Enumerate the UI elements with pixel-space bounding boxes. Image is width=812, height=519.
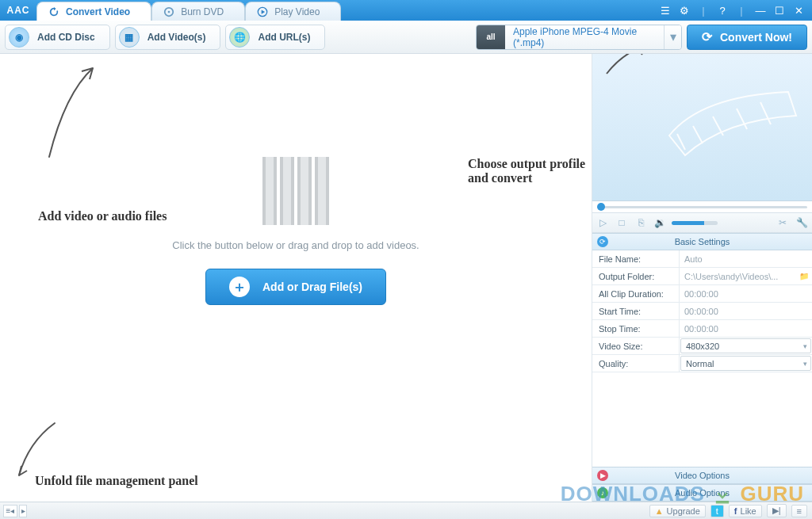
menu-icon[interactable]: ☰ xyxy=(658,3,672,17)
button-label: Add CD Disc xyxy=(37,32,95,43)
video-section-icon: ▶ xyxy=(597,470,608,481)
output-profile-selector[interactable]: all Apple iPhone MPEG-4 Movie (*.mp4) ▾ xyxy=(476,25,682,50)
gear-icon[interactable]: ⚙ xyxy=(677,3,691,17)
twitter-button[interactable]: t xyxy=(710,505,724,517)
button-label: Add or Drag File(s) xyxy=(262,280,362,293)
setting-file-name: File Name: Auto xyxy=(592,250,812,268)
main-area: Add video or audio files Unfold file man… xyxy=(0,54,812,502)
drop-hint-text: Click the button below or drag and drop … xyxy=(172,239,419,251)
setting-start-time: Start Time: 00:00:00 xyxy=(592,303,812,320)
play-icon xyxy=(257,6,268,17)
button-label: Add Video(s) xyxy=(147,32,206,43)
chevron-down-icon: ▾ xyxy=(803,342,807,350)
profile-category-icon: all xyxy=(477,25,505,49)
plus-icon: ＋ xyxy=(229,277,250,297)
disc-icon xyxy=(163,6,174,17)
globe-plus-icon: 🌐 xyxy=(229,27,250,48)
toolbar: ◉ Add CD Disc ▦ Add Video(s) 🌐 Add URL(s… xyxy=(0,21,812,54)
maximize-icon[interactable]: ☐ xyxy=(772,3,787,17)
help-icon[interactable]: ? xyxy=(715,3,730,17)
chevron-down-icon: ▾ xyxy=(803,360,807,368)
preview-controls: ▷ □ ⎘ 🔉 ✂ 🔧 xyxy=(592,212,812,233)
setting-output-folder: Output Folder: C:\Users\andy\Videos\...📁 xyxy=(592,268,812,285)
tab-label: Burn DVD xyxy=(181,6,224,17)
add-videos-button[interactable]: ▦ Add Video(s) xyxy=(115,25,221,50)
svg-point-1 xyxy=(168,10,170,13)
facebook-like-button[interactable]: fLike xyxy=(729,505,762,517)
stop-time-value[interactable]: 00:00:00 xyxy=(680,320,812,337)
chevron-down-icon[interactable]: ▾ xyxy=(664,25,681,49)
upgrade-button[interactable]: ▲Upgrade xyxy=(649,505,706,517)
tab-burn-dvd[interactable]: Burn DVD xyxy=(151,2,245,21)
prev-track-button[interactable]: ▶| xyxy=(767,504,787,517)
play-icon[interactable]: ▷ xyxy=(596,217,610,228)
tab-play-video[interactable]: Play Video xyxy=(245,2,341,21)
duration-value: 00:00:00 xyxy=(680,285,812,302)
file-drop-pane[interactable]: Add video or audio files Unfold file man… xyxy=(0,54,592,502)
panel-toggle-button[interactable]: ≡◂ xyxy=(3,505,17,517)
film-placeholder-icon xyxy=(262,157,329,225)
audio-section-icon: ♪ xyxy=(597,487,608,498)
status-bar: ≡◂ ▸ ▲Upgrade t fLike ▶| ≡ xyxy=(0,502,812,519)
section-title: Video Options xyxy=(675,471,730,480)
close-icon[interactable]: ✕ xyxy=(791,3,806,17)
button-label: Convert Now! xyxy=(720,31,792,44)
setting-video-size: Video Size: 480x320▾ xyxy=(592,338,812,355)
panel-expand-button[interactable]: ▸ xyxy=(19,505,27,517)
list-button[interactable]: ≡ xyxy=(791,505,807,517)
title-bar: AAC Convert Video Burn DVD Play Video ☰ … xyxy=(0,0,812,21)
arrow-annotation-icon xyxy=(33,62,105,165)
quality-select[interactable]: Normal▾ xyxy=(680,356,811,371)
tool-icon[interactable]: 🔧 xyxy=(795,217,809,228)
annotation-choose-profile: Choose output profile and convert xyxy=(468,157,592,185)
right-panel: ▷ □ ⎘ 🔉 ✂ 🔧 ⟳ Basic Settings File Name: … xyxy=(592,54,812,502)
tab-convert-video[interactable]: Convert Video xyxy=(36,2,151,21)
setting-quality: Quality: Normal▾ xyxy=(592,355,812,372)
cut-icon[interactable]: ✂ xyxy=(776,217,790,228)
button-label: Add URL(s) xyxy=(258,32,310,43)
annotation-unfold: Unfold file management panel xyxy=(35,474,198,488)
section-title: Audio Options xyxy=(675,488,730,498)
refresh-icon xyxy=(48,6,59,17)
add-or-drag-files-button[interactable]: ＋ Add or Drag File(s) xyxy=(205,269,386,305)
minimize-icon[interactable]: — xyxy=(753,3,768,17)
add-urls-button[interactable]: 🌐 Add URL(s) xyxy=(225,25,325,50)
basic-settings-header: ⟳ Basic Settings xyxy=(592,233,812,250)
window-controls: ☰ ⚙ | ? | — ☐ ✕ xyxy=(652,0,812,21)
settings-section-icon: ⟳ xyxy=(597,236,608,247)
stop-icon[interactable]: □ xyxy=(615,217,629,228)
filmstrip-graphic-icon xyxy=(653,72,804,167)
film-plus-icon: ▦ xyxy=(119,27,140,48)
add-cd-disc-button[interactable]: ◉ Add CD Disc xyxy=(5,25,110,50)
video-size-select[interactable]: 480x320▾ xyxy=(680,338,811,353)
preview-seek-slider[interactable] xyxy=(592,201,812,212)
video-options-header[interactable]: ▶ Video Options xyxy=(592,467,812,484)
disc-plus-icon: ◉ xyxy=(9,27,29,48)
convert-now-button[interactable]: ⟳ Convert Now! xyxy=(687,25,807,50)
setting-stop-time: Stop Time: 00:00:00 xyxy=(592,320,812,338)
arrow-annotation-icon xyxy=(599,54,654,78)
section-title: Basic Settings xyxy=(675,237,730,246)
main-tabs: Convert Video Burn DVD Play Video xyxy=(36,0,652,21)
app-logo: AAC xyxy=(0,0,36,21)
file-name-value[interactable]: Auto xyxy=(680,250,812,267)
tab-label: Convert Video xyxy=(66,6,130,17)
profile-label: Apple iPhone MPEG-4 Movie (*.mp4) xyxy=(505,25,664,49)
audio-options-header[interactable]: ♪ Audio Options xyxy=(592,484,812,502)
folder-icon[interactable]: 📁 xyxy=(799,272,809,280)
tab-label: Play Video xyxy=(274,6,320,17)
output-folder-value[interactable]: C:\Users\andy\Videos\...📁 xyxy=(680,268,812,284)
arrow-annotation-icon xyxy=(11,418,67,482)
volume-slider[interactable] xyxy=(672,221,718,225)
preview-area xyxy=(592,54,812,201)
annotation-add-files: Add video or audio files xyxy=(38,209,167,223)
start-time-value[interactable]: 00:00:00 xyxy=(680,303,812,319)
volume-icon[interactable]: 🔉 xyxy=(653,217,667,228)
snapshot-icon[interactable]: ⎘ xyxy=(634,217,648,228)
setting-all-clip-duration: All Clip Duration: 00:00:00 xyxy=(592,285,812,303)
cycle-icon: ⟳ xyxy=(702,29,712,44)
